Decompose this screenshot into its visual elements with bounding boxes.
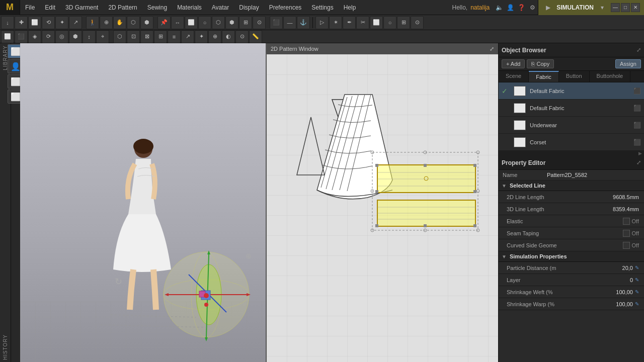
simulation-props-section[interactable]: ▼ Simulation Properties	[499, 251, 644, 262]
add-fabric-btn[interactable]: + Add	[502, 59, 525, 68]
viewport-2d-expand-icon[interactable]: ⤢	[490, 46, 494, 52]
handle-mr[interactable]	[473, 190, 476, 193]
2d-pt-tool[interactable]: ⊡	[127, 30, 140, 43]
rect-top-selected[interactable]	[377, 165, 475, 193]
help-icon[interactable]: ❓	[516, 2, 527, 13]
fabric-settings-icon-3[interactable]: ⬛	[633, 122, 641, 129]
move-tool[interactable]: ↗	[69, 16, 82, 29]
2d-snap-tool[interactable]: ⬡	[113, 30, 126, 43]
rotate-tool[interactable]: ⟲	[42, 16, 55, 29]
expand-icon[interactable]: ⤢	[636, 47, 641, 53]
2d-sym-tool[interactable]: ⊞	[397, 16, 410, 29]
point-tool[interactable]: ⊙	[253, 16, 266, 29]
prop-expand-icon[interactable]: ⤢	[636, 159, 641, 166]
center-tool[interactable]: ⌖	[96, 30, 109, 43]
circle-tool[interactable]: ○	[198, 16, 211, 29]
2d-cut-tool[interactable]: ✂	[356, 16, 369, 29]
zoom-tool[interactable]: ⬡	[127, 16, 140, 29]
grid-tool[interactable]: ⊞	[239, 16, 252, 29]
shrinkage-warp-edit-icon[interactable]: ✎	[635, 301, 639, 307]
menu-materials[interactable]: Materials	[172, 0, 207, 15]
fabric-item-1[interactable]: ✓ Default Fabric ⬛	[499, 82, 644, 100]
2d-edge-tool[interactable]: ⊕	[208, 30, 221, 43]
copy-fabric-btn[interactable]: ⎘ Copy	[527, 59, 554, 68]
curved-side-checkbox[interactable]	[623, 242, 630, 249]
particle-dist-edit-icon[interactable]: ✎	[635, 265, 639, 270]
speaker-icon[interactable]: 🔈	[494, 2, 505, 13]
fabric-item-4[interactable]: ✓ Corset ⬛	[499, 134, 644, 151]
menu-preferences[interactable]: Preferences	[264, 0, 307, 15]
menu-sewing[interactable]: Sewing	[142, 0, 172, 15]
frame-tool[interactable]: ⬢	[140, 16, 153, 29]
handle-tl[interactable]	[375, 164, 378, 167]
transform-tool[interactable]: ⬜	[28, 16, 41, 29]
2d-select-tool[interactable]: ▷	[315, 16, 329, 29]
sim-expand-icon[interactable]: ▶	[542, 2, 553, 13]
selected-line-section[interactable]: ▼ Selected Line	[499, 180, 644, 191]
fabric-settings-icon-4[interactable]: ⬛	[633, 139, 641, 146]
anchor-tool[interactable]: ⚓	[297, 16, 310, 29]
handle-tr[interactable]	[473, 164, 476, 167]
menu-help[interactable]: Help	[339, 0, 361, 15]
rect-tool[interactable]: ⬜	[185, 16, 198, 29]
fabric-item-2[interactable]: ✓ Default Fabric ⬛	[499, 100, 644, 117]
elastic-checkbox[interactable]	[623, 218, 630, 225]
pattern-canvas[interactable]	[267, 54, 498, 362]
arrow-left-btn[interactable]: ⬛	[270, 16, 283, 29]
add-tool[interactable]: ✚	[15, 16, 28, 29]
fabric-item-3[interactable]: ✓ Underwear ⬛	[499, 117, 644, 134]
2d-dart-tool[interactable]: ◐	[222, 30, 235, 43]
layer-tool[interactable]: ◈	[28, 30, 41, 43]
2d-flip-tool[interactable]: ≡	[168, 30, 181, 43]
mesh-tool[interactable]: ⬢	[225, 16, 238, 29]
orbit-tool[interactable]: ⊕	[100, 16, 113, 29]
user-icon[interactable]: 👤	[505, 2, 516, 13]
2d-ruler-tool[interactable]: 📏	[249, 30, 262, 43]
2d-rect-tool[interactable]: ⬜	[370, 16, 383, 29]
sim-minimize[interactable]: —	[611, 3, 620, 12]
snap-tool[interactable]: ⬜	[1, 30, 14, 43]
fabric-settings-icon-2[interactable]: ⬛	[633, 105, 641, 112]
menu-3d-garment[interactable]: 3D Garment	[60, 0, 103, 15]
pin-tool[interactable]: 📌	[157, 16, 171, 29]
tab-fabric[interactable]: Fabric	[529, 71, 559, 82]
select-tool[interactable]: ↓	[1, 16, 14, 29]
sim-close[interactable]: ✕	[631, 3, 640, 12]
fabric-settings-icon-1[interactable]: ⬛	[633, 87, 641, 95]
menu-file[interactable]: File	[20, 0, 40, 15]
settings-icon[interactable]: ⚙	[527, 2, 538, 13]
sim-dropdown-icon[interactable]: ▾	[597, 2, 608, 13]
2d-sew-tool[interactable]: ✦	[195, 30, 208, 43]
menu-settings[interactable]: Settings	[306, 0, 338, 15]
2d-grid-tool[interactable]: ⊠	[140, 30, 153, 43]
undo-tool[interactable]: ⟳	[42, 30, 55, 43]
handle-ml[interactable]	[375, 190, 378, 193]
line-tool[interactable]: —	[283, 16, 296, 29]
handle-bl[interactable]	[375, 224, 378, 227]
2d-pen-tool[interactable]: ✒	[343, 16, 356, 29]
handle-tc[interactable]	[424, 164, 427, 167]
2d-mirror-tool[interactable]: ⊙	[411, 16, 424, 29]
scale-tool[interactable]: ✦	[55, 16, 68, 29]
2d-edit-tool[interactable]: ✶	[329, 16, 342, 29]
2d-seam-tool[interactable]: ↗	[181, 30, 194, 43]
2d-circle-tool[interactable]: ○	[383, 16, 396, 29]
tab-button[interactable]: Button	[559, 71, 590, 82]
seam-tool[interactable]: ↔	[171, 16, 184, 29]
menu-edit[interactable]: Edit	[40, 0, 60, 15]
2d-arrange-tool[interactable]: ⊞	[154, 30, 167, 43]
assign-fabric-btn[interactable]: Assign	[615, 59, 641, 68]
handle-bc[interactable]	[424, 224, 427, 227]
menu-avatar[interactable]: Avatar	[207, 0, 234, 15]
align-v-tool[interactable]: ↕	[83, 30, 96, 43]
layer-edit-icon[interactable]: ✎	[635, 277, 639, 283]
tab-scene[interactable]: Scene	[499, 71, 529, 82]
scene-3d[interactable]: ↻ ⊕	[20, 43, 266, 362]
2d-pleat-tool[interactable]: ⊙	[235, 30, 249, 43]
menu-display[interactable]: Display	[234, 0, 264, 15]
pan-tool[interactable]: ✋	[113, 16, 126, 29]
sim-restore[interactable]: □	[621, 3, 630, 12]
tab-buttonhole[interactable]: Buttonhole	[590, 71, 631, 82]
measure-tool[interactable]: ◎	[55, 30, 68, 43]
handle-br[interactable]	[473, 224, 476, 227]
